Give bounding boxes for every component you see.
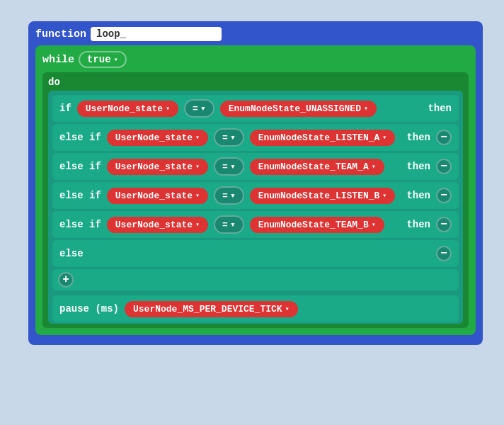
op-pill-3[interactable]: = ▾ [214, 186, 244, 205]
function-block: function while true ▾ do if [28, 21, 483, 345]
while-label: while [42, 54, 74, 66]
pause-block: pause (ms) UserNode_MS_PER_DEVICE_TICK ▾ [52, 295, 459, 322]
row-prefix-2: else if [59, 161, 101, 172]
var-label-1: UserNode_state [115, 132, 193, 143]
else-row: else − [52, 240, 459, 267]
value-pill-3[interactable]: EnumNodeState_LISTEN_B ▾ [250, 188, 396, 204]
pause-var-pill[interactable]: UserNode_MS_PER_DEVICE_TICK ▾ [125, 301, 298, 317]
op-pill-1[interactable]: = ▾ [214, 128, 244, 147]
while-header: while true ▾ [42, 51, 469, 68]
rows-container: if UserNode_state ▾ = ▾ EnumNodeState_UN… [48, 91, 463, 324]
function-label: function [35, 28, 86, 40]
var-pill-2[interactable]: UserNode_state ▾ [107, 159, 208, 175]
then-label-1: then [401, 132, 430, 143]
var-pill-4[interactable]: UserNode_state ▾ [107, 217, 208, 233]
do-block: do if UserNode_state ▾ = ▾ [42, 72, 469, 328]
op-arrow-1: ▾ [230, 132, 236, 143]
op-label-3: = [222, 191, 228, 201]
value-pill-2[interactable]: EnumNodeState_TEAM_A ▾ [250, 159, 384, 175]
value-pill-4[interactable]: EnumNodeState_TEAM_B ▾ [250, 217, 384, 233]
value-arrow-3: ▾ [382, 191, 386, 200]
table-row: else if UserNode_state ▾ = ▾ EnumNodeSta… [52, 124, 459, 151]
var-arrow-4: ▾ [195, 220, 200, 229]
op-label-2: = [222, 162, 228, 172]
then-label-0: then [422, 103, 452, 114]
minus-button-else[interactable]: − [436, 246, 452, 261]
table-row: if UserNode_state ▾ = ▾ EnumNodeState_UN… [52, 95, 459, 122]
var-label-3: UserNode_state [115, 191, 193, 201]
workspace: function while true ▾ do if [0, 0, 504, 425]
op-arrow-4: ▾ [230, 219, 236, 230]
do-label: do [48, 76, 463, 88]
value-label-4: EnumNodeState_TEAM_B [258, 220, 369, 230]
row-prefix-0: if [59, 103, 71, 114]
minus-button-1[interactable]: − [436, 130, 452, 145]
var-arrow-2: ▾ [195, 162, 200, 171]
then-label-4: then [401, 219, 430, 230]
while-block: while true ▾ do if UserNode_state ▾ [35, 45, 476, 335]
value-label-1: EnumNodeState_LISTEN_A [258, 132, 380, 143]
var-arrow-3: ▾ [195, 191, 200, 200]
var-arrow-1: ▾ [195, 133, 200, 142]
minus-button-2[interactable]: − [436, 159, 452, 174]
op-pill-0[interactable]: = ▾ [184, 99, 214, 118]
row-prefix-1: else if [59, 132, 101, 143]
table-row: else if UserNode_state ▾ = ▾ EnumNodeSta… [52, 211, 459, 238]
value-label-2: EnumNodeState_TEAM_A [258, 162, 369, 172]
table-row: else if UserNode_state ▾ = ▾ EnumNodeSta… [52, 153, 459, 180]
table-row: else if UserNode_state ▾ = ▾ EnumNodeSta… [52, 182, 459, 209]
while-condition-arrow: ▾ [114, 55, 118, 64]
op-pill-4[interactable]: = ▾ [214, 215, 244, 234]
then-label-2: then [401, 161, 430, 172]
row-prefix-3: else if [59, 190, 101, 201]
var-label-0: UserNode_state [86, 103, 163, 114]
value-label-3: EnumNodeState_LISTEN_B [258, 191, 380, 201]
op-arrow-0: ▾ [200, 103, 206, 114]
var-label-2: UserNode_state [115, 162, 193, 172]
op-arrow-2: ▾ [230, 161, 236, 172]
else-label: else [59, 248, 84, 259]
then-label-3: then [401, 190, 430, 201]
op-label-0: = [193, 103, 198, 114]
pause-var-arrow: ▾ [285, 305, 290, 313]
add-button[interactable]: + [58, 272, 74, 288]
op-pill-2[interactable]: = ▾ [214, 157, 244, 176]
var-pill-3[interactable]: UserNode_state ▾ [107, 188, 208, 204]
function-name-input[interactable] [91, 27, 222, 41]
var-pill-0[interactable]: UserNode_state ▾ [77, 101, 178, 117]
value-arrow-4: ▾ [372, 220, 376, 229]
function-header: function [35, 27, 476, 41]
add-row: + [52, 269, 459, 290]
value-label-0: EnumNodeState_UNASSIGNED [229, 103, 361, 114]
minus-button-4[interactable]: − [436, 217, 452, 232]
value-arrow-2: ▾ [372, 162, 376, 171]
row-prefix-4: else if [59, 219, 101, 230]
op-label-1: = [222, 132, 228, 143]
while-condition-value: true [87, 54, 111, 65]
var-pill-1[interactable]: UserNode_state ▾ [107, 130, 208, 146]
value-arrow-0: ▾ [364, 104, 368, 113]
value-arrow-1: ▾ [382, 133, 386, 142]
value-pill-1[interactable]: EnumNodeState_LISTEN_A ▾ [250, 130, 396, 146]
pause-var-label: UserNode_MS_PER_DEVICE_TICK [133, 304, 282, 314]
value-pill-0[interactable]: EnumNodeState_UNASSIGNED ▾ [220, 101, 377, 117]
op-label-4: = [222, 220, 228, 230]
var-arrow-0: ▾ [166, 104, 170, 113]
minus-button-3[interactable]: − [436, 188, 452, 203]
while-condition-dropdown[interactable]: true ▾ [79, 51, 127, 68]
op-arrow-3: ▾ [230, 190, 236, 201]
var-label-4: UserNode_state [115, 220, 193, 230]
pause-label: pause (ms) [59, 303, 119, 314]
